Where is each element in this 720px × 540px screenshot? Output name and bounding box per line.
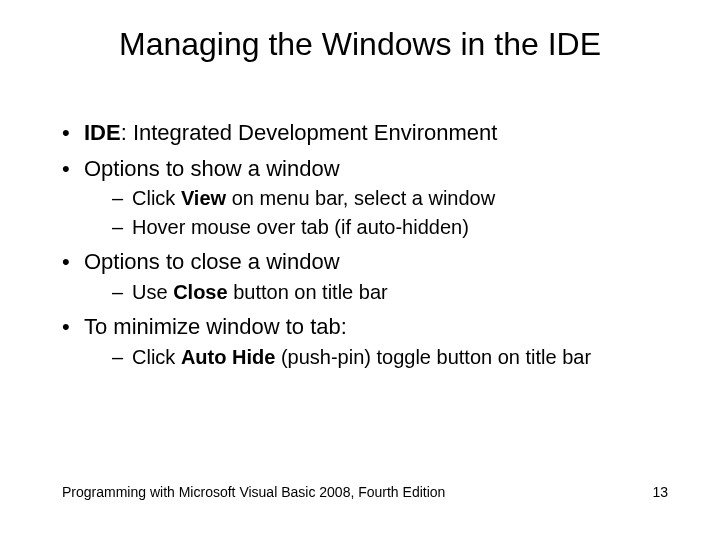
text: Options to show a window bbox=[84, 156, 340, 181]
text: : Integrated Development Environment bbox=[121, 120, 498, 145]
sub-bullet: Use Close button on title bar bbox=[112, 279, 680, 306]
text: Hover mouse over tab (if auto-hidden) bbox=[132, 216, 469, 238]
slide: Managing the Windows in the IDE IDE: Int… bbox=[0, 0, 720, 540]
slide-title: Managing the Windows in the IDE bbox=[0, 26, 720, 63]
sub-list: Use Close button on title bar bbox=[84, 279, 680, 306]
text: (push-pin) toggle button on title bar bbox=[275, 346, 591, 368]
sub-list: Click Auto Hide (push-pin) toggle button… bbox=[84, 344, 680, 371]
text: To minimize window to tab: bbox=[84, 314, 347, 339]
bold-text: Auto Hide bbox=[181, 346, 275, 368]
bullet-list: IDE: Integrated Development Environment … bbox=[62, 118, 680, 371]
text: on menu bar, select a window bbox=[226, 187, 495, 209]
bold-text: Close bbox=[173, 281, 227, 303]
bullet-show-window: Options to show a window Click View on m… bbox=[62, 154, 680, 242]
sub-bullet: Click Auto Hide (push-pin) toggle button… bbox=[112, 344, 680, 371]
bold-text: View bbox=[181, 187, 226, 209]
sub-list: Click View on menu bar, select a window … bbox=[84, 185, 680, 241]
sub-bullet: Click View on menu bar, select a window bbox=[112, 185, 680, 212]
text: button on title bar bbox=[228, 281, 388, 303]
text: Click bbox=[132, 346, 181, 368]
bold-text: IDE bbox=[84, 120, 121, 145]
bullet-minimize-window: To minimize window to tab: Click Auto Hi… bbox=[62, 312, 680, 371]
bullet-close-window: Options to close a window Use Close butt… bbox=[62, 247, 680, 306]
page-number: 13 bbox=[652, 484, 668, 500]
text: Click bbox=[132, 187, 181, 209]
text: Use bbox=[132, 281, 173, 303]
footer-text: Programming with Microsoft Visual Basic … bbox=[62, 484, 445, 500]
slide-content: IDE: Integrated Development Environment … bbox=[62, 118, 680, 377]
text: Options to close a window bbox=[84, 249, 340, 274]
bullet-ide: IDE: Integrated Development Environment bbox=[62, 118, 680, 148]
sub-bullet: Hover mouse over tab (if auto-hidden) bbox=[112, 214, 680, 241]
